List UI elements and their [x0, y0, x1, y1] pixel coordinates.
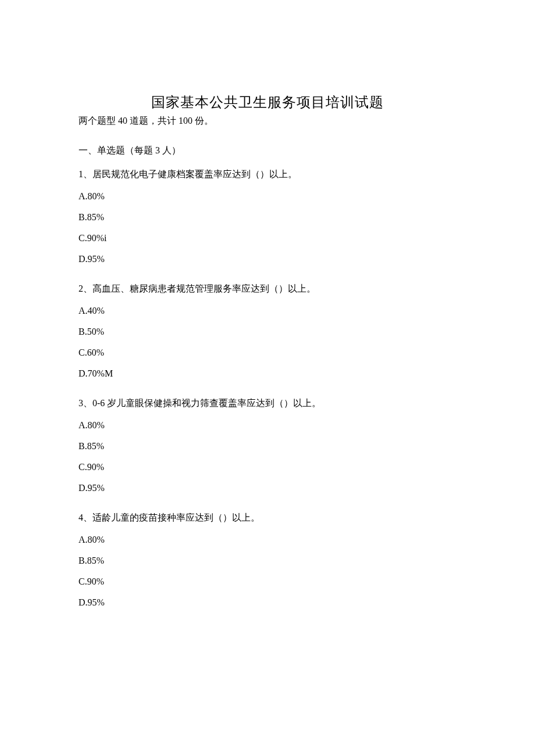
question-option: A.80% [79, 535, 456, 545]
question-option: C.90% [79, 576, 456, 587]
document-subtitle: 两个题型 40 道题，共计 100 份。 [79, 115, 456, 127]
question-option: B.85% [79, 556, 456, 566]
question-block: 2、高血压、糖尿病患者规范管理服务率应达到（）以上。 A.40% B.50% C… [79, 283, 456, 379]
question-option: A.80% [79, 420, 456, 431]
question-option: D.70%M [79, 368, 456, 379]
question-block: 1、居民规范化电子健康档案覆盖率应达到（）以上。 A.80% B.85% C.9… [79, 169, 456, 264]
question-option: D.95% [79, 254, 456, 264]
question-text: 4、适龄儿童的疫苗接种率应达到（）以上。 [79, 512, 456, 524]
question-option: B.85% [79, 212, 456, 223]
question-text: 2、高血压、糖尿病患者规范管理服务率应达到（）以上。 [79, 283, 456, 295]
question-option: D.95% [79, 597, 456, 608]
question-block: 3、0-6 岁儿童眼保健操和视力筛查覆盖率应达到（）以上。 A.80% B.85… [79, 397, 456, 493]
question-option: A.40% [79, 306, 456, 316]
question-option: B.50% [79, 327, 456, 337]
question-option: D.95% [79, 483, 456, 493]
question-option: C.90%i [79, 233, 456, 243]
question-text: 1、居民规范化电子健康档案覆盖率应达到（）以上。 [79, 169, 456, 181]
question-option: A.80% [79, 191, 456, 202]
question-option: B.85% [79, 441, 456, 452]
section-header: 一、单选题（每题 3 人） [79, 145, 456, 157]
document-title: 国家基本公共卫生服务项目培训试题 [79, 93, 456, 112]
question-option: C.90% [79, 462, 456, 472]
question-block: 4、适龄儿童的疫苗接种率应达到（）以上。 A.80% B.85% C.90% D… [79, 512, 456, 608]
question-option: C.60% [79, 347, 456, 358]
question-text: 3、0-6 岁儿童眼保健操和视力筛查覆盖率应达到（）以上。 [79, 397, 456, 410]
